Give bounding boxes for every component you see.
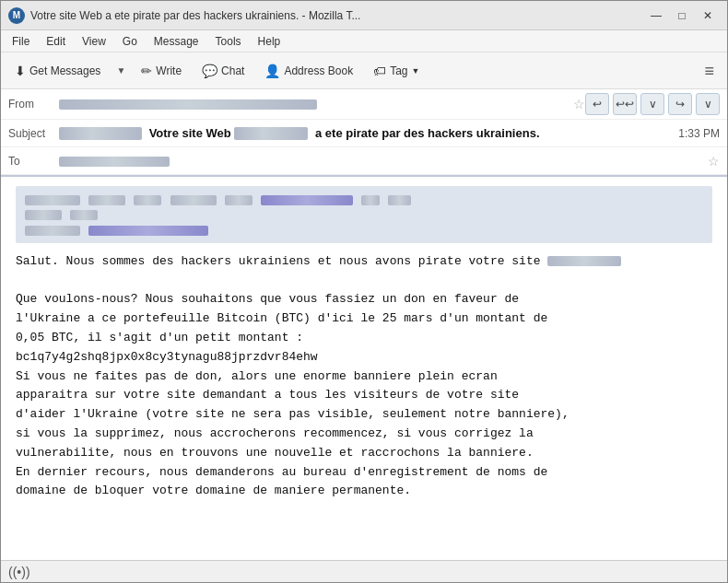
title-bar-left: M Votre site Web a ete pirate par des ha…: [8, 7, 360, 24]
subject-blurred-part: [59, 127, 142, 140]
forward-button[interactable]: ↪: [668, 93, 692, 115]
from-address-blurred: [59, 99, 317, 110]
address-book-button[interactable]: 👤 Address Book: [256, 57, 361, 85]
greeting-blurred: [547, 256, 621, 266]
reply-all-button[interactable]: ↩↩: [613, 93, 637, 115]
blurred-2: [88, 195, 125, 205]
to-star-icon[interactable]: ☆: [708, 154, 720, 169]
email-header-info-block: [16, 186, 712, 243]
app-icon: M: [8, 7, 25, 24]
blurred-1: [25, 195, 80, 205]
to-address-blurred: [59, 157, 170, 167]
to-row: To ☆: [1, 147, 727, 175]
maximize-button[interactable]: □: [670, 6, 694, 26]
to-value: [59, 155, 702, 168]
connection-status-icon: ((•)): [8, 565, 30, 579]
toolbar: ⬇ Get Messages ▼ ✏ Write 💬 Chat 👤 Addres…: [1, 52, 727, 89]
toolbar-menu-button[interactable]: ≡: [697, 59, 722, 83]
email-header: From ☆ ↩ ↩↩ ∨ ↪ ∨ Subject Votre site Web…: [1, 89, 727, 177]
write-icon: ✏: [141, 64, 152, 78]
menu-go[interactable]: Go: [115, 33, 145, 50]
tag-label: Tag: [390, 64, 407, 77]
window-controls: — □ ✕: [644, 6, 720, 26]
title-bar: M Votre site Web a ete pirate par des ha…: [1, 1, 727, 30]
reply-button[interactable]: ↩: [585, 93, 609, 115]
minimize-button[interactable]: —: [644, 6, 668, 26]
get-messages-label: Get Messages: [29, 64, 100, 77]
blurred-link1: [261, 193, 356, 204]
subject-blurred2: [234, 127, 308, 140]
from-label: From: [8, 98, 59, 111]
menu-view[interactable]: View: [75, 33, 113, 50]
blurred-5: [225, 195, 252, 205]
status-bar: ((•)): [1, 560, 727, 582]
subject-value: Votre site Web a ete pirate par des hack…: [59, 126, 671, 141]
get-messages-button[interactable]: ⬇ Get Messages: [6, 57, 109, 85]
tag-button[interactable]: 🏷 Tag ▼: [365, 57, 428, 85]
subject-rest-text: a ete pirate par des hackers ukrainiens.: [315, 126, 540, 140]
blurred-10: [25, 226, 80, 236]
blurred-7: [388, 195, 411, 205]
email-time: 1:33 PM: [678, 127, 720, 140]
from-star-icon[interactable]: ☆: [573, 97, 585, 111]
to-label: To: [8, 155, 59, 168]
menu-help[interactable]: Help: [251, 33, 288, 50]
write-button[interactable]: ✏ Write: [133, 57, 190, 85]
email-text-content: Salut. Nous sommes des hackers ukrainien…: [16, 252, 712, 501]
from-value: [59, 98, 568, 111]
greeting-text: Salut. Nous sommes des hackers ukrainien…: [16, 254, 547, 268]
menu-tools[interactable]: Tools: [208, 33, 249, 50]
blurred-link2: [88, 224, 208, 235]
write-label: Write: [156, 64, 182, 77]
chat-button[interactable]: 💬 Chat: [194, 57, 252, 85]
expand-button[interactable]: ∨: [640, 93, 664, 115]
menu-message[interactable]: Message: [147, 33, 206, 50]
get-messages-icon: ⬇: [15, 64, 26, 78]
header-info-line3: [25, 224, 703, 236]
menu-bar: File Edit View Go Message Tools Help: [1, 30, 727, 52]
subject-label: Subject: [8, 127, 59, 140]
blurred-4: [170, 195, 217, 205]
address-book-icon: 👤: [264, 64, 280, 78]
menu-edit[interactable]: Edit: [39, 33, 73, 50]
from-row: From ☆ ↩ ↩↩ ∨ ↪ ∨: [1, 89, 727, 120]
main-window: M Votre site Web a ete pirate par des ha…: [0, 0, 728, 583]
subject-row: Subject Votre site Web a ete pirate par …: [1, 120, 727, 147]
tag-icon: 🏷: [373, 64, 386, 78]
blurred-8: [25, 210, 62, 220]
email-body: Salut. Nous sommes des hackers ukrainien…: [1, 177, 727, 560]
close-button[interactable]: ✕: [696, 6, 720, 26]
blurred-3: [134, 195, 161, 205]
blurred-6: [361, 195, 380, 205]
tag-dropdown-icon: ▼: [412, 66, 420, 76]
header-info-line2: [25, 209, 703, 221]
get-messages-dropdown[interactable]: ▼: [112, 57, 129, 85]
chat-icon: 💬: [202, 64, 217, 78]
window-title: Votre site Web a ete pirate par des hack…: [30, 9, 360, 22]
header-action-buttons: ↩ ↩↩ ∨ ↪ ∨: [585, 93, 720, 115]
chat-label: Chat: [221, 64, 244, 77]
menu-file[interactable]: File: [5, 33, 37, 50]
address-book-label: Address Book: [284, 64, 353, 77]
more-button[interactable]: ∨: [696, 93, 720, 115]
subject-bold-text: Votre site Web: [149, 126, 231, 140]
header-info-line1: [25, 193, 703, 205]
blurred-9: [70, 210, 98, 220]
